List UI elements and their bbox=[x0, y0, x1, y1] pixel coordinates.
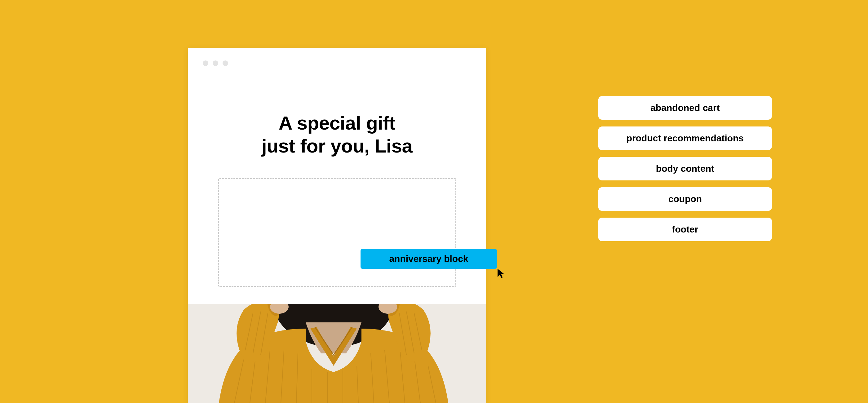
block-coupon[interactable]: coupon bbox=[598, 187, 772, 211]
headline-line-2: just for you, Lisa bbox=[188, 134, 486, 157]
email-editor-preview: A special gift just for you, Lisa annive… bbox=[188, 48, 486, 403]
window-dot-icon bbox=[203, 60, 208, 66]
dragging-block-chip[interactable]: anniversary block bbox=[361, 249, 497, 269]
window-dot-icon bbox=[223, 60, 228, 66]
headline-line-1: A special gift bbox=[188, 112, 486, 134]
window-dot-icon bbox=[213, 60, 218, 66]
dragging-block-label: anniversary block bbox=[389, 254, 468, 264]
block-label: footer bbox=[672, 224, 699, 235]
cursor-icon bbox=[496, 268, 507, 279]
block-label: product recommendations bbox=[626, 133, 744, 144]
block-footer[interactable]: footer bbox=[598, 218, 772, 241]
block-label: coupon bbox=[669, 194, 702, 204]
block-body-content[interactable]: body content bbox=[598, 157, 772, 180]
content-drop-zone[interactable]: anniversary block bbox=[218, 178, 456, 287]
email-headline: A special gift just for you, Lisa bbox=[188, 112, 486, 158]
block-product-recommendations[interactable]: product recommendations bbox=[598, 126, 772, 150]
content-blocks-panel: abandoned cart product recommendations b… bbox=[598, 96, 772, 241]
block-abandoned-cart[interactable]: abandoned cart bbox=[598, 96, 772, 120]
hero-image bbox=[188, 304, 486, 403]
block-label: body content bbox=[656, 163, 714, 174]
window-controls bbox=[203, 60, 228, 66]
block-label: abandoned cart bbox=[650, 103, 719, 113]
